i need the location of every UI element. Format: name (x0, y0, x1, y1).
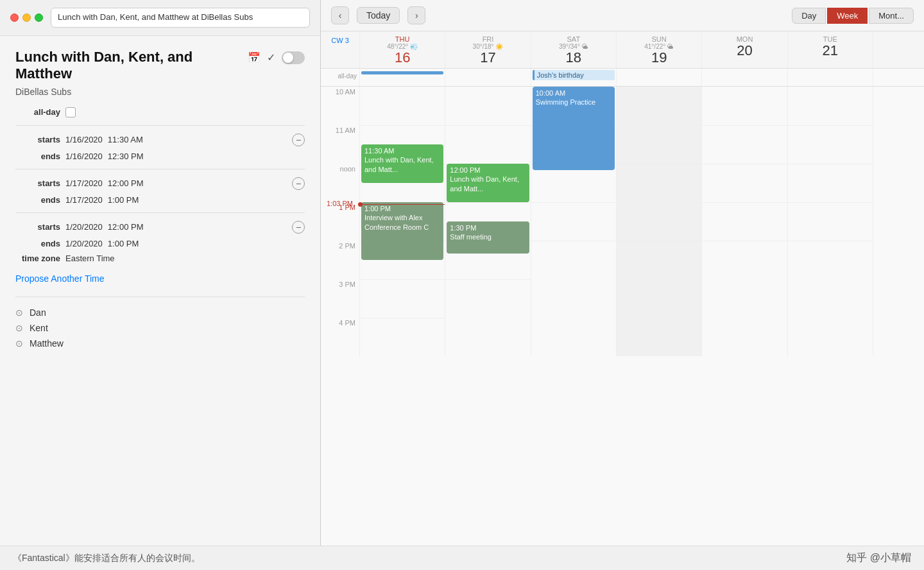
attendee-icon: ⊙ (15, 338, 23, 349)
current-time-line (360, 204, 445, 205)
hour-line (702, 202, 787, 203)
day-abbr: SUN (652, 35, 667, 43)
remove-occurrence-2[interactable]: − (292, 177, 305, 190)
time-label-3pm: 3 PM (321, 279, 359, 318)
ends-date-2: 1/17/2020 (65, 195, 103, 205)
lunch-event-thu[interactable]: 11:30 AMLunch with Dan, Kent, and Matt..… (361, 144, 443, 183)
time-label-10am: 10 AM (321, 87, 359, 125)
prev-button[interactable]: ‹ (331, 6, 349, 24)
attendee-icon: ⊙ (15, 307, 23, 318)
lunch-event-fri[interactable]: 12:00 PMLunch with Dan, Kent, and Matt..… (447, 164, 529, 202)
attendee-name: Matthew (30, 338, 64, 349)
all-day-label: all-day (15, 107, 60, 117)
remove-occurrence-3[interactable]: − (292, 221, 305, 234)
all-day-checkbox[interactable] (65, 107, 76, 117)
cw-cell: CW 3 (321, 31, 359, 68)
week-view-button[interactable]: Week (827, 8, 868, 24)
ends-time-3: 1:00 PM (108, 239, 139, 248)
calendar-day-headers: CW 3 THU 48°/22° 💨 16 FRI 30°/18° ☀️ 17 … (321, 31, 924, 69)
all-day-sun (616, 69, 701, 86)
extra-column (873, 87, 924, 356)
day-abbr: FRI (483, 35, 494, 43)
occurrence-1: starts 1/16/2020 11:30 AM − ends 1/16/20… (15, 134, 305, 161)
calendar-body[interactable]: 10 AM 11 AM noon 1 PM 2 PM 3 PM 4 PM (321, 87, 924, 546)
all-day-mon (701, 69, 787, 86)
starts-row-1: starts 1/16/2020 11:30 AM − (15, 134, 305, 146)
current-time-container: 1:03 PM (360, 204, 445, 205)
day-column-mon (701, 87, 787, 356)
day-header-mon[interactable]: MON 20 (701, 31, 787, 68)
time-label-noon: noon (321, 164, 359, 202)
watermark-bar: 《Fantastical》能安排适合所有人的会议时间。 知乎 @小草帽 (0, 546, 924, 570)
ends-row-3: ends 1/20/2020 1:00 PM (15, 239, 305, 248)
minimize-button[interactable] (22, 13, 31, 22)
swimming-practice-sat[interactable]: 10:00 AMSwimming Practice (533, 87, 615, 170)
hour-line (702, 164, 787, 164)
occurrence-3: starts 1/20/2020 12:00 PM − ends 1/20/20… (15, 221, 305, 248)
toggle-switch[interactable] (282, 51, 305, 64)
day-header-fri[interactable]: FRI 30°/18° ☀️ 17 (445, 31, 530, 68)
event-header-icons: 📅 ✓ (248, 51, 305, 64)
day-column-thu: 11:30 AMLunch with Dan, Kent, and Matt..… (359, 87, 445, 356)
starts-date-1: 1/16/2020 (65, 135, 103, 144)
watermark-text: 《Fantastical》能安排适合所有人的会议时间。 (13, 553, 200, 564)
view-buttons: Day Week Mont... (792, 8, 914, 24)
starts-time-1: 11:30 AM (108, 135, 143, 144)
starts-time-3: 12:00 PM (108, 222, 144, 232)
interview-event-thu[interactable]: 1:00 PMInterview with AlexConference Roo… (361, 202, 443, 260)
day-header-sat[interactable]: SAT 39°/34° 🌥 18 (531, 31, 616, 68)
month-view-button[interactable]: Mont... (869, 8, 914, 24)
day-header-tue[interactable]: TUE 21 (787, 31, 873, 68)
hour-line (531, 202, 616, 203)
today-button[interactable]: Today (357, 7, 400, 24)
hour-line (702, 241, 787, 241)
remove-occurrence-1[interactable]: − (292, 134, 305, 146)
all-day-fri (445, 69, 530, 86)
calendar-icon[interactable]: 📅 (248, 51, 261, 64)
time-label-4pm: 4 PM (321, 318, 359, 356)
starts-date-2: 1/17/2020 (65, 178, 103, 188)
hour-line (360, 125, 445, 126)
all-day-row-label: all-day (321, 69, 359, 86)
hour-line (617, 164, 701, 164)
hour-line (788, 125, 873, 126)
ends-time-1: 12:30 PM (108, 151, 144, 161)
day-view-button[interactable]: Day (792, 8, 826, 24)
hour-line (617, 202, 701, 203)
day-num: 16 (395, 50, 410, 65)
starts-label-3: starts (15, 222, 60, 232)
attendee-row: ⊙Dan (15, 307, 305, 318)
attendee-name: Dan (30, 307, 46, 318)
day-column-sat: 10:00 AMSwimming Practice (531, 87, 616, 356)
day-num: 18 (566, 50, 581, 65)
birthday-event[interactable]: Josh's birthday (533, 70, 615, 80)
close-button[interactable] (10, 13, 19, 22)
all-day-bar-thu (361, 71, 443, 74)
all-day-row: all-day (15, 107, 305, 117)
all-day-row: all-day Josh's birthday (321, 69, 924, 87)
hour-line (788, 202, 873, 203)
ends-row-1: ends 1/16/2020 12:30 PM (15, 151, 305, 161)
maximize-button[interactable] (35, 13, 43, 22)
event-title: Lunch with Dan, Kent, and Matthew (15, 49, 248, 83)
all-day-sat: Josh's birthday (531, 69, 616, 86)
starts-row-3: starts 1/20/2020 12:00 PM − (15, 221, 305, 234)
day-num: 17 (480, 50, 495, 65)
hour-line (531, 241, 616, 241)
day-header-thu[interactable]: THU 48°/22° 💨 16 (359, 31, 445, 68)
staff-meeting-fri[interactable]: 1:30 PMStaff meeting (447, 221, 529, 254)
attendees-list: ⊙Dan⊙Kent⊙Matthew (15, 307, 305, 349)
propose-another-time-button[interactable]: Propose Another Time (15, 271, 105, 286)
all-day-thu (359, 69, 445, 86)
time-grid: 10 AM 11 AM noon 1 PM 2 PM 3 PM 4 PM (321, 87, 924, 356)
day-column-fri: 12:00 PMLunch with Dan, Kent, and Matt..… (445, 87, 530, 356)
hour-line (617, 125, 701, 126)
checkmark-icon[interactable]: ✓ (267, 51, 275, 64)
calendar-toolbar: ‹ Today › Day Week Mont... (321, 0, 924, 31)
time-zone-row: time zone Eastern Time (15, 254, 305, 263)
watermark-brand: 知乎 @小草帽 (846, 551, 911, 565)
hour-line (445, 202, 530, 203)
hour-line (702, 125, 787, 126)
day-header-sun[interactable]: SUN 41°/22° 🌥 19 (616, 31, 701, 68)
next-button[interactable]: › (407, 6, 425, 24)
